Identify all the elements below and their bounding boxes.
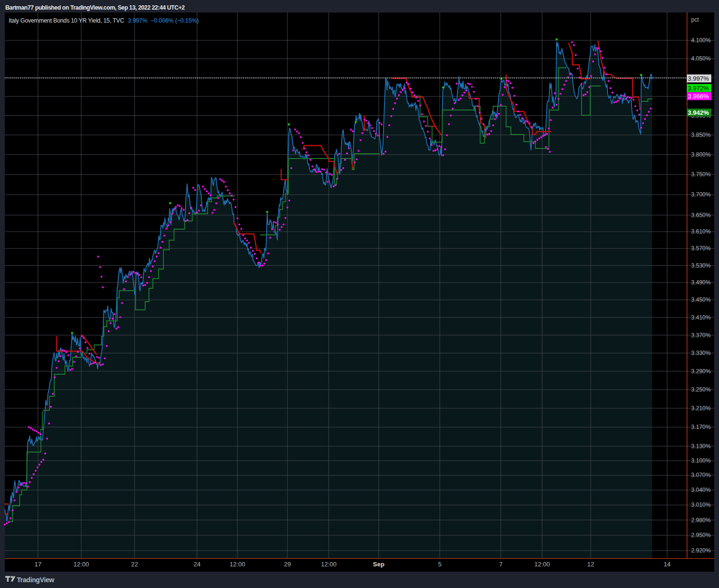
svg-text:22: 22 [131, 561, 138, 568]
svg-text:3.490%: 3.490% [691, 279, 711, 286]
svg-text:3.170%: 3.170% [691, 424, 711, 430]
svg-text:3.130%: 3.130% [691, 443, 711, 450]
svg-text:3.450%: 3.450% [691, 296, 711, 303]
svg-text:3.070%: 3.070% [691, 472, 711, 478]
svg-text:3.290%: 3.290% [691, 368, 711, 375]
svg-text:2.980%: 2.980% [691, 517, 711, 524]
svg-text:3.370%: 3.370% [691, 332, 711, 339]
svg-text:3.210%: 3.210% [691, 405, 711, 412]
svg-text:12:00: 12:00 [534, 561, 550, 568]
svg-text:3.410%: 3.410% [691, 314, 711, 321]
svg-text:3.010%: 3.010% [691, 502, 711, 508]
svg-text:24: 24 [194, 561, 200, 568]
svg-text:7: 7 [499, 561, 502, 568]
svg-text:Bartman77 published on Trading: Bartman77 published on TradingView.com, … [5, 4, 185, 11]
svg-text:3.750%: 3.750% [691, 171, 711, 178]
svg-text:29: 29 [284, 561, 291, 568]
svg-text:Sep: Sep [373, 561, 384, 568]
svg-text:3.942%: 3.942% [688, 109, 709, 116]
svg-text:2.950%: 2.950% [691, 532, 711, 539]
svg-text:3.997%: 3.997% [688, 75, 709, 82]
svg-text:2.920%: 2.920% [691, 547, 711, 554]
svg-text:12:00: 12:00 [321, 561, 337, 568]
svg-text:3.330%: 3.330% [691, 350, 711, 356]
svg-text:3.610%: 3.610% [691, 228, 711, 235]
svg-text:3.040%: 3.040% [691, 487, 711, 493]
svg-text:3.570%: 3.570% [691, 245, 711, 252]
svg-text:Italy Government Bonds 10 YR Y: Italy Government Bonds 10 YR Yield, 15, … [9, 17, 124, 24]
svg-text:3.650%: 3.650% [691, 212, 711, 219]
svg-text:3.972%: 3.972% [688, 85, 709, 92]
svg-text:4.050%: 4.050% [691, 55, 711, 62]
svg-text:3.100%: 3.100% [691, 457, 711, 464]
svg-text:3.850%: 3.850% [691, 132, 711, 138]
svg-text:5: 5 [438, 561, 441, 568]
svg-text:3.997% −0.006% (−0.15%): 3.997% −0.006% (−0.15%) [128, 17, 199, 24]
svg-text:3.530%: 3.530% [691, 262, 711, 269]
svg-text:3.250%: 3.250% [691, 386, 711, 393]
svg-text:12:00: 12:00 [74, 561, 89, 568]
svg-text:4.100%: 4.100% [691, 37, 711, 44]
svg-text:TradingView: TradingView [17, 576, 54, 584]
svg-text:14: 14 [664, 561, 670, 568]
svg-text:pct: pct [691, 16, 699, 23]
svg-text:12: 12 [587, 561, 594, 568]
svg-text:3.700%: 3.700% [691, 191, 711, 198]
svg-text:3.966%: 3.966% [688, 93, 709, 100]
svg-text:3.800%: 3.800% [691, 151, 711, 158]
svg-text:17: 17 [35, 561, 41, 568]
svg-text:12:00: 12:00 [230, 561, 246, 568]
